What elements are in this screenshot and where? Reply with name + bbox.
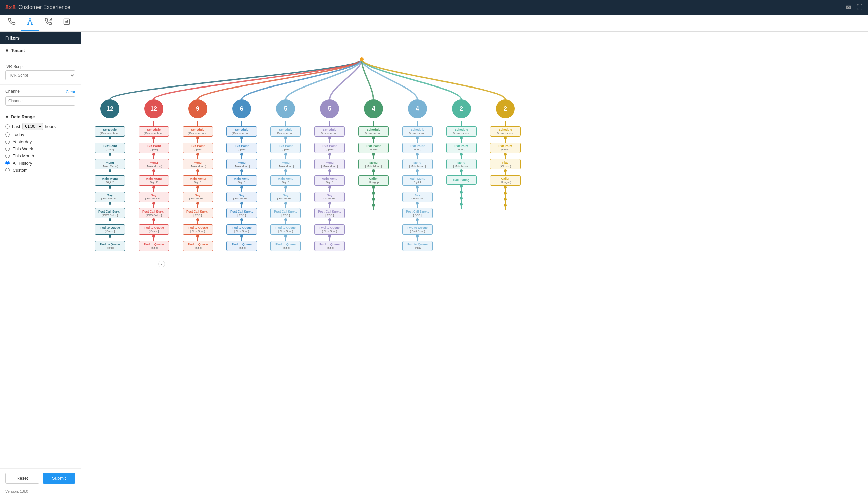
node-box-3-6: Main MenuDigit 1 xyxy=(227,175,257,186)
date-option-thismonth: This Month xyxy=(5,153,75,158)
node-box-2-4: Menu[ Main Menu ] xyxy=(183,159,213,169)
tab-calls[interactable] xyxy=(39,15,58,31)
yesterday-label: Yesterday xyxy=(13,139,32,144)
chart-container: 12Schedule[ Business hou...Exit Point(op… xyxy=(81,32,554,336)
date-range-section: ∨ Date Range Last 01:00 hours Today xyxy=(0,110,81,177)
node-box-1-10: Post Call Surv...[ PCS Sales ] xyxy=(139,208,169,218)
node-dot-3-3 xyxy=(240,153,243,156)
node-dot-5-9 xyxy=(328,202,331,205)
node-dot-1-5 xyxy=(152,169,155,172)
date-radio-custom[interactable] xyxy=(5,168,10,172)
node-box-5-2: Exit Point(open) xyxy=(314,143,345,153)
node-box-2-6: Main MenuDigit 1 xyxy=(183,175,213,186)
node-dot-7-5 xyxy=(416,169,419,172)
node-circle-3: 6 xyxy=(232,99,251,118)
tree-column-0: 12Schedule[ Business hou...Exit Point(op… xyxy=(88,99,132,251)
thisweek-label: This Week xyxy=(13,146,33,151)
mail-icon[interactable]: ✉ xyxy=(846,4,851,11)
tab-phone[interactable] xyxy=(3,15,21,31)
node-dot-2-3 xyxy=(196,153,199,156)
node-dot-7-11 xyxy=(416,218,419,221)
node-dot-8-11 xyxy=(460,197,463,200)
node-dot-1-11 xyxy=(152,218,155,221)
node-dot-7-1 xyxy=(416,137,419,139)
node-box-6-6: Caller[ Hangup] xyxy=(358,175,389,186)
node-box-0-0: Schedule[ Business hou... xyxy=(95,126,125,137)
node-box-2-14: Fwd to Queue- Initial xyxy=(183,241,213,251)
custom-label: Custom xyxy=(13,168,28,173)
node-box-5-12: Fwd to Queue[ Cust Serv ] xyxy=(314,224,345,234)
main-layout: Filters ∨ Tenant IVR Script IVR Script C… xyxy=(0,32,868,496)
channel-section: Channel Clear xyxy=(0,85,81,110)
submit-button[interactable]: Submit xyxy=(43,473,76,484)
date-radio-last[interactable] xyxy=(5,124,10,129)
node-box-4-10: Post Call Surv...[ PCS ] xyxy=(270,208,301,218)
date-radio-group: Last 01:00 hours Today Yesterday This W xyxy=(5,123,75,173)
tabbar xyxy=(0,15,868,32)
tab-flow[interactable] xyxy=(21,15,39,31)
channel-clear-button[interactable]: Clear xyxy=(65,90,75,94)
node-dot-3-13 xyxy=(240,235,243,237)
node-dot-6-7 xyxy=(372,186,375,188)
node-box-2-0: Schedule[ Business hou... xyxy=(183,126,213,137)
node-box-3-12: Fwd to Queue[ Cust Serv ] xyxy=(227,224,257,234)
node-circle-0: 12 xyxy=(101,99,119,118)
node-dot-5-13 xyxy=(328,235,331,237)
node-box-0-10: Post Call Surv...[ PCS Sales ] xyxy=(95,208,125,218)
node-box-5-6: Main MenuDigit 1 xyxy=(314,175,345,186)
hours-select[interactable]: 01:00 xyxy=(22,123,43,130)
node-dot-3-11 xyxy=(240,218,243,221)
tree-column-8: 2Schedule[ Business hou...Exit Point(ope… xyxy=(439,99,483,251)
sidebar-collapse-button[interactable]: ‹ xyxy=(158,261,165,267)
node-dot-8-3 xyxy=(460,153,463,156)
channel-input[interactable] xyxy=(5,96,75,106)
node-box-5-4: Menu[ Main Menu ] xyxy=(314,159,345,169)
node-box-0-2: Exit Point(open) xyxy=(95,143,125,153)
today-label: Today xyxy=(13,132,24,137)
node-box-8-6: Call Exiting xyxy=(446,175,476,185)
date-range-toggle[interactable]: ∨ Date Range xyxy=(5,114,75,119)
tab-report[interactable] xyxy=(58,15,76,31)
node-box-3-8: Say[ You will be ... xyxy=(227,192,257,202)
date-option-last: Last 01:00 hours xyxy=(5,123,75,130)
node-circle-8: 2 xyxy=(452,99,471,118)
reset-button[interactable]: Reset xyxy=(5,473,39,484)
ivr-script-select[interactable]: IVR Script xyxy=(5,70,75,80)
tree-column-2: 9Schedule[ Business hou...Exit Point(ope… xyxy=(176,99,220,251)
date-radio-allhistory[interactable] xyxy=(5,161,10,165)
date-option-today: Today xyxy=(5,132,75,137)
node-dot-6-3 xyxy=(372,153,375,156)
node-dot-2-11 xyxy=(196,218,199,221)
tenant-toggle[interactable]: ∨ Tenant xyxy=(5,48,75,53)
tree-column-3: 6Schedule[ Business hou...Exit Point(ope… xyxy=(220,99,264,251)
node-box-4-8: Say[ You will be ... xyxy=(270,192,301,202)
node-box-5-8: Say[ You will be ... xyxy=(314,192,345,202)
channel-row: Channel Clear xyxy=(5,89,75,95)
node-dot-9-7 xyxy=(504,186,507,188)
node-box-9-0: Schedule[ Business hou... xyxy=(490,126,520,137)
node-dot-3-7 xyxy=(240,186,243,188)
node-dot-9-11 xyxy=(504,198,507,201)
node-box-1-14: Fwd to Queue- Initial xyxy=(139,241,169,251)
node-dot-2-9 xyxy=(196,202,199,205)
thismonth-label: This Month xyxy=(13,153,34,158)
tree-column-1: 12Schedule[ Business hou...Exit Point(op… xyxy=(132,99,176,251)
brand-logo: 8x8 xyxy=(5,4,16,11)
node-box-3-2: Exit Point(open) xyxy=(227,143,257,153)
date-radio-thisweek[interactable] xyxy=(5,146,10,151)
date-radio-thismonth[interactable] xyxy=(5,154,10,158)
date-radio-today[interactable] xyxy=(5,133,10,137)
expand-icon[interactable]: ⛶ xyxy=(856,4,863,11)
last-label: Last xyxy=(12,124,20,129)
filters-title: Filters xyxy=(5,35,20,41)
date-radio-yesterday[interactable] xyxy=(5,140,10,144)
ivr-section: IVR Script IVR Script xyxy=(0,60,81,85)
node-circle-1: 12 xyxy=(144,99,163,118)
allhistory-label: All History xyxy=(13,160,32,166)
node-box-6-0: Schedule[ Business hou... xyxy=(358,126,389,137)
node-circle-6: 4 xyxy=(364,99,383,118)
node-box-0-12: Fwd to Queue[ Sales ] xyxy=(95,224,125,234)
svg-line-3 xyxy=(28,20,30,22)
chart-area: 12Schedule[ Business hou...Exit Point(op… xyxy=(81,32,868,496)
node-box-8-4: Menu[ Main Menu ] xyxy=(446,159,476,169)
